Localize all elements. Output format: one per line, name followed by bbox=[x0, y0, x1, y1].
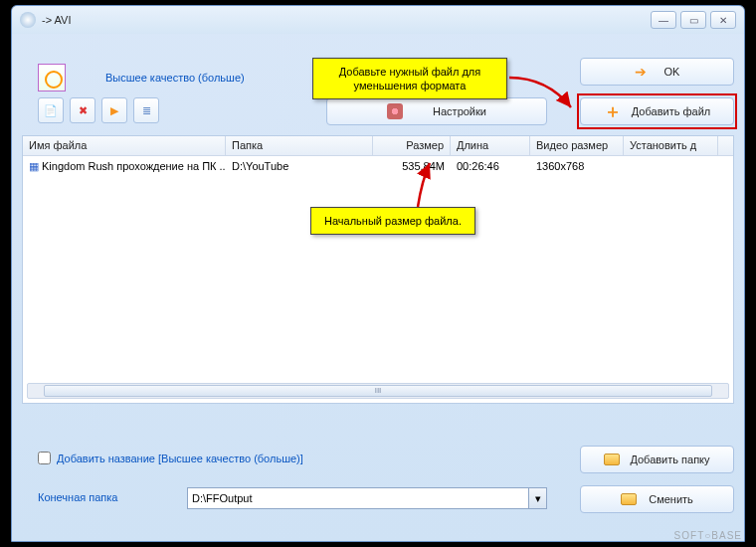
add-icon-button[interactable]: 📄 bbox=[38, 97, 64, 123]
avi-format-icon bbox=[38, 64, 66, 91]
window-title: -> AVI bbox=[42, 14, 647, 26]
watermark: SOFT○BASE bbox=[674, 530, 742, 541]
add-folder-label: Добавить папку bbox=[630, 454, 709, 465]
close-button[interactable]: ✕ bbox=[710, 11, 736, 29]
change-folder-button[interactable]: Сменить bbox=[580, 485, 734, 513]
plus-icon: ＋ bbox=[604, 99, 622, 123]
remove-icon-button[interactable]: ✖ bbox=[70, 97, 95, 123]
add-folder-button[interactable]: Добавить папку bbox=[580, 446, 734, 473]
content-area: Высшее качество (больше) ➔ OK ＋ Добавить… bbox=[22, 58, 734, 531]
callout-size: Начальный размер файла. bbox=[310, 207, 475, 235]
arrow-right-icon: ➔ bbox=[635, 64, 647, 80]
file-table: Имя файла Папка Размер Длина Видео разме… bbox=[22, 135, 734, 404]
app-window: -> AVI — ▭ ✕ Высшее качество (больше) ➔ … bbox=[11, 5, 745, 542]
list-icon: ≣ bbox=[142, 104, 151, 117]
col-set[interactable]: Установить д bbox=[624, 136, 718, 155]
toolbar-icons: 📄 ✖ ▶ ≣ bbox=[38, 97, 159, 123]
cell-folder: D:\YouTube bbox=[226, 158, 373, 174]
app-icon bbox=[20, 12, 36, 28]
add-title-label[interactable]: Добавить название [Высшее качество (боль… bbox=[57, 453, 303, 464]
bottom-panel: Добавить название [Высшее качество (боль… bbox=[22, 442, 734, 531]
output-path-combo[interactable]: D:\FFOutput ▾ bbox=[187, 487, 547, 509]
settings-label: Настройки bbox=[433, 105, 486, 117]
file-remove-icon: ✖ bbox=[79, 104, 88, 117]
quality-link[interactable]: Высшее качество (больше) bbox=[105, 72, 245, 84]
titlebar: -> AVI — ▭ ✕ bbox=[12, 6, 744, 34]
add-file-button[interactable]: ＋ Добавить файл bbox=[580, 97, 734, 125]
minimize-button[interactable]: — bbox=[651, 11, 676, 29]
col-filename[interactable]: Имя файла bbox=[23, 136, 226, 155]
col-length[interactable]: Длина bbox=[451, 136, 530, 155]
callout-size-text: Начальный размер файла. bbox=[324, 215, 462, 227]
cell-set bbox=[624, 164, 718, 168]
file-add-icon: 📄 bbox=[44, 104, 58, 117]
maximize-button[interactable]: ▭ bbox=[680, 11, 706, 29]
output-path-value: D:\FFOutput bbox=[188, 492, 528, 504]
callout-add-file: Добавьте нужный файл для уменьшения форм… bbox=[312, 58, 507, 99]
play-icon-button[interactable]: ▶ bbox=[101, 97, 127, 123]
cell-video-size: 1360x768 bbox=[530, 158, 624, 174]
output-folder-label: Конечная папка bbox=[38, 491, 118, 503]
gear-icon bbox=[387, 103, 403, 119]
cell-filename: Kingdom Rush прохождение на ПК ... bbox=[42, 160, 226, 172]
cell-length: 00:26:46 bbox=[451, 158, 530, 174]
col-size[interactable]: Размер bbox=[373, 136, 451, 155]
video-file-icon: ▦ bbox=[29, 160, 39, 173]
col-video-size[interactable]: Видео размер bbox=[530, 136, 624, 155]
ok-button-label: OK bbox=[664, 66, 680, 78]
add-title-checkbox-row: Добавить название [Высшее качество (боль… bbox=[38, 452, 303, 464]
chevron-down-icon[interactable]: ▾ bbox=[528, 488, 546, 508]
play-icon: ▶ bbox=[110, 104, 118, 117]
list-icon-button[interactable]: ≣ bbox=[133, 97, 159, 123]
table-row[interactable]: ▦Kingdom Rush прохождение на ПК ... D:\Y… bbox=[23, 156, 733, 176]
horizontal-scrollbar[interactable]: III bbox=[27, 383, 729, 399]
folder-add-icon bbox=[604, 454, 620, 465]
folder-icon bbox=[621, 493, 637, 505]
callout-add-text: Добавьте нужный файл для уменьшения форм… bbox=[339, 66, 480, 91]
add-title-checkbox[interactable] bbox=[38, 452, 51, 464]
ok-button[interactable]: ➔ OK bbox=[580, 58, 734, 86]
menubar bbox=[12, 34, 744, 56]
col-folder[interactable]: Папка bbox=[226, 136, 373, 155]
change-label: Сменить bbox=[649, 493, 693, 505]
cell-size: 535.84M bbox=[373, 158, 451, 174]
table-header: Имя файла Папка Размер Длина Видео разме… bbox=[23, 136, 733, 156]
add-file-label: Добавить файл bbox=[632, 105, 710, 117]
settings-button[interactable]: Настройки bbox=[326, 97, 547, 125]
